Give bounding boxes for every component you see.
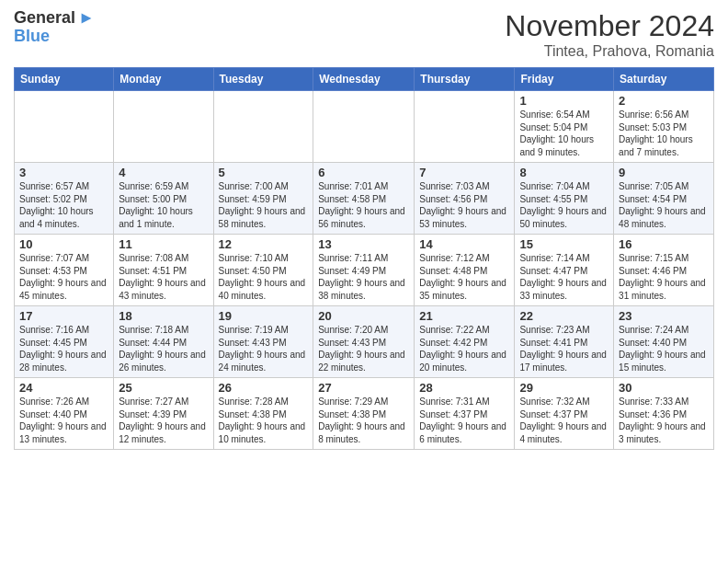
day-number: 20 bbox=[318, 309, 409, 323]
day-number: 7 bbox=[419, 166, 509, 179]
calendar-cell: 30Sunrise: 7:33 AM Sunset: 4:36 PM Dayli… bbox=[614, 378, 714, 450]
day-number: 4 bbox=[119, 166, 208, 179]
month-title: November 2024 bbox=[505, 9, 714, 43]
logo-blue: Blue bbox=[14, 27, 50, 45]
day-info: Sunrise: 7:22 AM Sunset: 4:42 PM Dayligh… bbox=[419, 324, 509, 373]
calendar-cell: 1Sunrise: 6:54 AM Sunset: 5:04 PM Daylig… bbox=[515, 91, 614, 163]
calendar-week-row: 17Sunrise: 7:16 AM Sunset: 4:45 PM Dayli… bbox=[15, 306, 714, 378]
calendar-week-row: 3Sunrise: 6:57 AM Sunset: 5:02 PM Daylig… bbox=[15, 163, 714, 235]
day-info: Sunrise: 7:31 AM Sunset: 4:37 PM Dayligh… bbox=[419, 396, 509, 445]
day-info: Sunrise: 7:23 AM Sunset: 4:41 PM Dayligh… bbox=[519, 324, 609, 373]
day-info: Sunrise: 7:07 AM Sunset: 4:53 PM Dayligh… bbox=[19, 252, 108, 302]
calendar-week-row: 1Sunrise: 6:54 AM Sunset: 5:04 PM Daylig… bbox=[15, 91, 714, 163]
day-info: Sunrise: 7:18 AM Sunset: 4:44 PM Dayligh… bbox=[119, 324, 208, 373]
day-number: 13 bbox=[318, 237, 409, 251]
day-info: Sunrise: 7:32 AM Sunset: 4:37 PM Dayligh… bbox=[519, 396, 609, 445]
day-info: Sunrise: 7:04 AM Sunset: 4:55 PM Dayligh… bbox=[519, 180, 609, 230]
day-info: Sunrise: 7:20 AM Sunset: 4:43 PM Dayligh… bbox=[318, 324, 409, 373]
day-number: 14 bbox=[419, 237, 509, 251]
day-number: 3 bbox=[19, 166, 108, 179]
weekday-header: Saturday bbox=[614, 68, 714, 91]
calendar-cell: 29Sunrise: 7:32 AM Sunset: 4:37 PM Dayli… bbox=[515, 378, 614, 450]
weekday-header: Thursday bbox=[415, 68, 515, 91]
day-number: 17 bbox=[19, 309, 108, 323]
weekday-header-row: SundayMondayTuesdayWednesdayThursdayFrid… bbox=[15, 68, 714, 91]
calendar-cell: 27Sunrise: 7:29 AM Sunset: 4:38 PM Dayli… bbox=[313, 378, 415, 450]
day-number: 30 bbox=[619, 381, 709, 395]
day-number: 10 bbox=[19, 237, 108, 251]
day-info: Sunrise: 7:16 AM Sunset: 4:45 PM Dayligh… bbox=[19, 324, 108, 373]
day-info: Sunrise: 7:14 AM Sunset: 4:47 PM Dayligh… bbox=[519, 252, 609, 302]
day-info: Sunrise: 6:56 AM Sunset: 5:03 PM Dayligh… bbox=[619, 109, 709, 158]
title-block: November 2024 Tintea, Prahova, Romania bbox=[505, 9, 714, 60]
calendar-week-row: 24Sunrise: 7:26 AM Sunset: 4:40 PM Dayli… bbox=[15, 378, 714, 450]
day-info: Sunrise: 6:54 AM Sunset: 5:04 PM Dayligh… bbox=[519, 109, 609, 158]
calendar-cell: 23Sunrise: 7:24 AM Sunset: 4:40 PM Dayli… bbox=[614, 306, 714, 378]
calendar-table: SundayMondayTuesdayWednesdayThursdayFrid… bbox=[14, 67, 714, 450]
logo-arrow-icon bbox=[78, 10, 95, 27]
day-info: Sunrise: 7:29 AM Sunset: 4:38 PM Dayligh… bbox=[318, 396, 409, 445]
calendar-cell: 17Sunrise: 7:16 AM Sunset: 4:45 PM Dayli… bbox=[15, 306, 114, 378]
day-number: 11 bbox=[119, 237, 208, 251]
weekday-header: Sunday bbox=[15, 68, 114, 91]
day-info: Sunrise: 7:08 AM Sunset: 4:51 PM Dayligh… bbox=[119, 252, 208, 302]
day-number: 15 bbox=[519, 237, 609, 251]
day-number: 19 bbox=[219, 309, 309, 323]
calendar-cell: 26Sunrise: 7:28 AM Sunset: 4:38 PM Dayli… bbox=[213, 378, 313, 450]
day-number: 6 bbox=[318, 166, 409, 179]
day-info: Sunrise: 6:59 AM Sunset: 5:00 PM Dayligh… bbox=[119, 180, 208, 230]
location-title: Tintea, Prahova, Romania bbox=[505, 43, 714, 60]
calendar-cell: 7Sunrise: 7:03 AM Sunset: 4:56 PM Daylig… bbox=[415, 163, 515, 235]
day-info: Sunrise: 7:33 AM Sunset: 4:36 PM Dayligh… bbox=[619, 396, 709, 445]
weekday-header: Friday bbox=[515, 68, 614, 91]
calendar-cell: 25Sunrise: 7:27 AM Sunset: 4:39 PM Dayli… bbox=[114, 378, 213, 450]
day-number: 16 bbox=[619, 237, 709, 251]
calendar-cell: 11Sunrise: 7:08 AM Sunset: 4:51 PM Dayli… bbox=[114, 235, 213, 306]
calendar-cell: 28Sunrise: 7:31 AM Sunset: 4:37 PM Dayli… bbox=[415, 378, 515, 450]
calendar-cell: 2Sunrise: 6:56 AM Sunset: 5:03 PM Daylig… bbox=[614, 91, 714, 163]
day-info: Sunrise: 7:05 AM Sunset: 4:54 PM Dayligh… bbox=[619, 180, 709, 230]
day-number: 8 bbox=[519, 166, 609, 179]
calendar-cell: 15Sunrise: 7:14 AM Sunset: 4:47 PM Dayli… bbox=[515, 235, 614, 306]
calendar-cell bbox=[415, 91, 515, 163]
calendar-cell: 3Sunrise: 6:57 AM Sunset: 5:02 PM Daylig… bbox=[15, 163, 114, 235]
day-info: Sunrise: 7:26 AM Sunset: 4:40 PM Dayligh… bbox=[19, 396, 108, 445]
header: General Blue November 2024 Tintea, Praho… bbox=[14, 9, 714, 60]
day-number: 28 bbox=[419, 381, 509, 395]
day-number: 18 bbox=[119, 309, 208, 323]
calendar-week-row: 10Sunrise: 7:07 AM Sunset: 4:53 PM Dayli… bbox=[15, 235, 714, 306]
calendar-cell: 8Sunrise: 7:04 AM Sunset: 4:55 PM Daylig… bbox=[515, 163, 614, 235]
day-number: 1 bbox=[519, 94, 609, 108]
day-number: 24 bbox=[19, 381, 108, 395]
weekday-header: Tuesday bbox=[213, 68, 313, 91]
day-number: 9 bbox=[619, 166, 709, 179]
calendar-cell: 4Sunrise: 6:59 AM Sunset: 5:00 PM Daylig… bbox=[114, 163, 213, 235]
weekday-header: Wednesday bbox=[313, 68, 415, 91]
day-info: Sunrise: 7:12 AM Sunset: 4:48 PM Dayligh… bbox=[419, 252, 509, 302]
svg-marker-0 bbox=[82, 13, 92, 23]
day-number: 25 bbox=[119, 381, 208, 395]
logo: General Blue bbox=[14, 9, 95, 46]
calendar-cell: 16Sunrise: 7:15 AM Sunset: 4:46 PM Dayli… bbox=[614, 235, 714, 306]
day-info: Sunrise: 7:03 AM Sunset: 4:56 PM Dayligh… bbox=[419, 180, 509, 230]
day-number: 26 bbox=[219, 381, 309, 395]
calendar-cell: 10Sunrise: 7:07 AM Sunset: 4:53 PM Dayli… bbox=[15, 235, 114, 306]
logo-general: General bbox=[14, 9, 75, 28]
calendar-cell bbox=[15, 91, 114, 163]
calendar-cell: 24Sunrise: 7:26 AM Sunset: 4:40 PM Dayli… bbox=[15, 378, 114, 450]
calendar-cell: 19Sunrise: 7:19 AM Sunset: 4:43 PM Dayli… bbox=[213, 306, 313, 378]
calendar-cell bbox=[114, 91, 213, 163]
day-number: 12 bbox=[219, 237, 309, 251]
day-info: Sunrise: 7:01 AM Sunset: 4:58 PM Dayligh… bbox=[318, 180, 409, 230]
calendar-cell: 9Sunrise: 7:05 AM Sunset: 4:54 PM Daylig… bbox=[614, 163, 714, 235]
day-number: 27 bbox=[318, 381, 409, 395]
calendar-cell bbox=[213, 91, 313, 163]
day-number: 22 bbox=[519, 309, 609, 323]
calendar-cell: 22Sunrise: 7:23 AM Sunset: 4:41 PM Dayli… bbox=[515, 306, 614, 378]
day-number: 23 bbox=[619, 309, 709, 323]
calendar-cell: 21Sunrise: 7:22 AM Sunset: 4:42 PM Dayli… bbox=[415, 306, 515, 378]
day-info: Sunrise: 7:24 AM Sunset: 4:40 PM Dayligh… bbox=[619, 324, 709, 373]
day-info: Sunrise: 7:11 AM Sunset: 4:49 PM Dayligh… bbox=[318, 252, 409, 302]
day-number: 29 bbox=[519, 381, 609, 395]
day-number: 2 bbox=[619, 94, 709, 108]
